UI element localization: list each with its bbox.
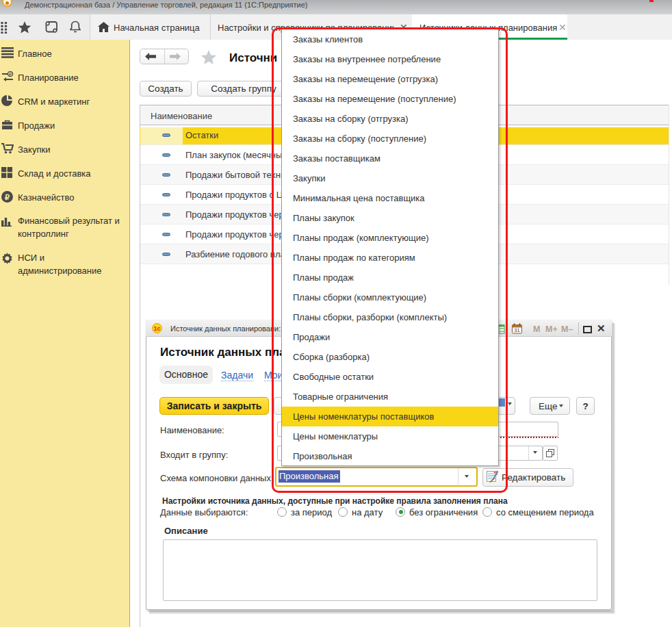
svg-text:31: 31 <box>514 327 519 333</box>
svg-text:₽: ₽ <box>5 193 10 201</box>
svg-text:₽: ₽ <box>9 72 12 77</box>
